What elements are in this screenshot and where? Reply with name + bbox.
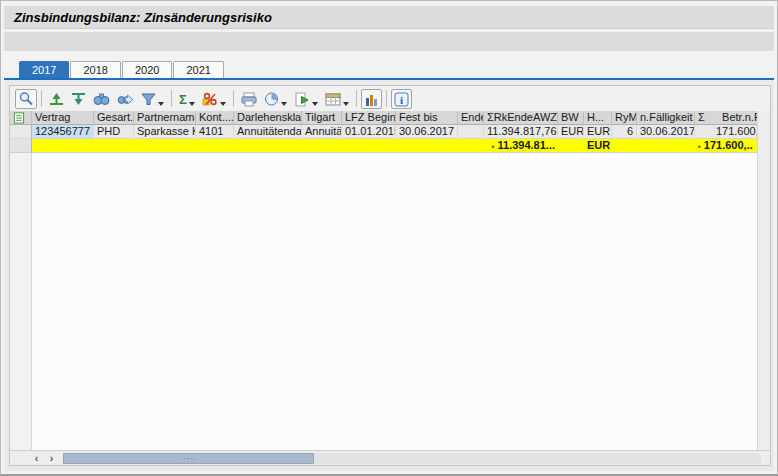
sigma-icon: Σ (179, 92, 187, 107)
cell-kont[interactable]: 4101 (196, 125, 234, 139)
tab-2018[interactable]: 2018 (70, 61, 120, 78)
column-header-partnername[interactable]: Partnername (134, 111, 196, 125)
total-empty (134, 139, 196, 153)
info-icon: i (394, 92, 409, 107)
cell-darlehensklasse[interactable]: Annuitätendarl. (234, 125, 302, 139)
scrollbar-thumb[interactable]: ··· (63, 453, 314, 464)
total-button[interactable]: Σ (176, 89, 198, 109)
column-header-betr-n-rat[interactable]: ΣBetr.n.Rat (695, 111, 759, 125)
filter-funnel-icon (141, 91, 156, 107)
dropdown-caret-icon (312, 102, 318, 106)
cell-fest-bis[interactable]: 30.06.2017 (396, 125, 458, 139)
cell-h[interactable]: EUR (584, 125, 612, 139)
cell-rym[interactable]: 6 (612, 125, 637, 139)
binoculars-icon (93, 91, 110, 107)
total-empty (342, 139, 396, 153)
total-betr-n-rat[interactable]: ▪171.600,.. (695, 139, 759, 153)
choose-layout-button[interactable] (322, 89, 352, 109)
total-row: ▪11.394.81... EUR ▪171.600,.. (10, 139, 759, 153)
scroll-left-arrow[interactable]: ‹ (29, 452, 44, 465)
tab-2021[interactable]: 2021 (173, 61, 223, 78)
select-layout-icon (13, 112, 25, 124)
vertical-scrollbar[interactable] (757, 111, 770, 450)
alv-grid-container: Σ (9, 85, 771, 466)
column-header-lfz-beginn[interactable]: LFZ Beginn (342, 111, 396, 125)
bar-chart-icon (364, 92, 379, 107)
cell-tilgart[interactable]: Annuität (302, 125, 342, 139)
total-empty (558, 139, 584, 153)
cell-vertrag[interactable]: 123456777 (32, 125, 94, 139)
print-button[interactable] (238, 89, 260, 109)
toolbar-separator (233, 90, 234, 107)
total-empty (94, 139, 134, 153)
total-value: 171.600,.. (704, 139, 753, 151)
tab-content-panel: Σ (4, 80, 774, 471)
tab-2017[interactable]: 2017 (19, 61, 69, 78)
total-empty (637, 139, 695, 153)
subtotals-button[interactable] (199, 89, 229, 109)
views-button[interactable] (261, 89, 290, 109)
column-header-darlehensklasse[interactable]: Darlehensklasse (234, 111, 302, 125)
table-row: 123456777 PHD Sparkasse Köln.. 4101 Annu… (10, 125, 759, 139)
drilldown-square-icon: ▪ (492, 142, 495, 151)
column-header-h[interactable]: H... (584, 111, 612, 125)
column-header-kont[interactable]: Kont.... (196, 111, 234, 125)
application-toolbar (4, 32, 774, 51)
total-h-currency[interactable]: EUR (584, 139, 612, 153)
row-selector[interactable] (10, 125, 32, 139)
cell-gesart[interactable]: PHD (94, 125, 134, 139)
column-header-ende[interactable]: Ende (458, 111, 484, 125)
sort-ascending-button[interactable] (46, 89, 67, 109)
binoculars-next-icon (117, 91, 134, 107)
dropdown-caret-icon (220, 102, 226, 106)
cell-n-faelligkeit[interactable]: 30.06.2017 (637, 125, 695, 139)
cell-rkendeawz[interactable]: 11.394.817,76 (484, 125, 558, 139)
sort-descending-button[interactable] (68, 89, 89, 109)
views-pie-icon (264, 91, 279, 107)
column-header-n-faelligkeit[interactable]: n.Fälligkeit (637, 111, 695, 125)
find-button[interactable] (90, 89, 113, 109)
sap-window: Zinsbindungsbilanz: Zinsänderungsrisiko … (0, 0, 778, 476)
column-header-gesart[interactable]: Gesart. (94, 111, 134, 125)
total-rkendeawz[interactable]: ▪11.394.81... (484, 139, 558, 153)
total-empty (396, 139, 458, 153)
row-selector[interactable] (10, 139, 32, 153)
page-title: Zinsbindungsbilanz: Zinsänderungsrisiko (4, 6, 774, 29)
column-header-vertrag[interactable]: Vertrag (32, 111, 94, 125)
column-header-row: Vertrag Gesart. Partnername Kont.... Dar… (10, 111, 759, 125)
cell-ende[interactable] (458, 125, 484, 139)
sort-descending-icon (71, 91, 86, 107)
toolbar-separator (171, 90, 172, 107)
column-header-fest-bis[interactable]: Fest bis (396, 111, 458, 125)
column-header-rkendeawz[interactable]: ΣRkEndeAWZ (484, 111, 558, 125)
cell-lfz-beginn[interactable]: 01.01.2015 (342, 125, 396, 139)
information-button[interactable]: i (391, 89, 412, 109)
grid-corner-cell[interactable] (10, 111, 32, 125)
scroll-right-arrow[interactable]: › (44, 452, 59, 465)
alv-toolbar: Σ (10, 86, 770, 111)
cell-bw[interactable]: EUR (558, 125, 584, 139)
dropdown-caret-icon (158, 102, 164, 106)
details-button[interactable] (15, 89, 37, 109)
column-header-rym[interactable]: RyM (612, 111, 637, 125)
dropdown-caret-icon (189, 102, 195, 106)
scrollbar-track[interactable]: ··· (63, 453, 761, 464)
svg-text:i: i (400, 93, 403, 105)
column-header-tilgart[interactable]: Tilgart (302, 111, 342, 125)
layout-table-icon (325, 92, 341, 107)
set-filter-button[interactable] (138, 89, 167, 109)
column-header-bw[interactable]: BW (558, 111, 584, 125)
export-button[interactable] (291, 89, 321, 109)
header-label: RkEndeAWZ (494, 111, 557, 124)
find-next-button[interactable] (114, 89, 137, 109)
cell-betr-n-rat[interactable]: 171.600,00 (695, 125, 759, 139)
export-icon (294, 92, 310, 107)
cell-partnername[interactable]: Sparkasse Köln.. (134, 125, 196, 139)
dropdown-caret-icon (281, 102, 287, 106)
grid-empty-area (10, 153, 770, 450)
sigma-sign: Σ (698, 111, 705, 124)
total-empty (612, 139, 637, 153)
title-bar: Zinsbindungsbilanz: Zinsänderungsrisiko (4, 6, 774, 29)
tab-2020[interactable]: 2020 (122, 61, 172, 78)
graphic-button[interactable] (361, 89, 382, 109)
